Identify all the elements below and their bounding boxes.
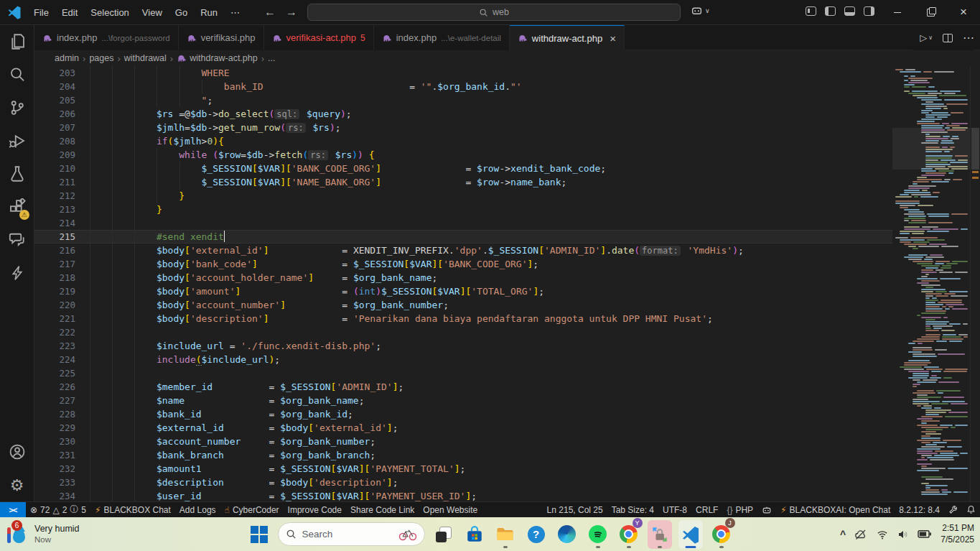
menu-go[interactable]: Go [169, 5, 193, 20]
code-line-215[interactable]: 215 #send xendit [34, 230, 892, 244]
line-number[interactable]: 228 [34, 407, 75, 421]
minimize-button[interactable] [881, 0, 914, 24]
sidebar-item-search[interactable] [0, 58, 34, 91]
line-number[interactable]: 234 [34, 489, 75, 501]
menu-run[interactable]: Run [195, 5, 223, 20]
code-line-223[interactable]: 223 $include_url = './func.xendit-disb.p… [34, 339, 892, 353]
code-line-206[interactable]: 206 $rs =@$db->do_select(sql: $query); [34, 107, 892, 121]
code-line-225[interactable]: 225 [34, 366, 892, 380]
code-line-233[interactable]: 233 $description = $body['description']; [34, 476, 892, 489]
microsoft-store-button[interactable] [462, 520, 487, 549]
code-line-219[interactable]: 219 $body['amount'] = (int)$_SESSION[$VA… [34, 284, 892, 298]
code-line-205[interactable]: 205 "; [34, 93, 892, 107]
tab-close-icon[interactable]: × [610, 33, 616, 44]
line-number[interactable]: 205 [34, 93, 75, 107]
code-line-213[interactable]: 213 } [34, 203, 892, 216]
line-number[interactable]: 218 [34, 271, 75, 284]
line-number[interactable]: 223 [34, 339, 75, 353]
code-line-214[interactable]: 214 [34, 216, 892, 230]
add-logs-button[interactable]: Add Logs [175, 502, 220, 518]
sidebar-item-blackbox[interactable] [0, 256, 34, 290]
command-center-search[interactable]: web [307, 4, 681, 21]
code-line-222[interactable]: 222 [34, 325, 892, 339]
language-mode-indicator[interactable]: {}PHP [722, 502, 757, 518]
remote-lock-app-button[interactable] [648, 520, 672, 549]
open-website-button[interactable]: Open Website [419, 502, 482, 518]
line-number[interactable]: 225 [34, 366, 75, 380]
code-line-216[interactable]: 216 $body['external_id'] = XENDIT_INV_PR… [34, 244, 892, 257]
menu-selection[interactable]: Selection [85, 5, 134, 20]
extension-robot-button[interactable] [757, 502, 776, 518]
minimap[interactable] [892, 66, 970, 501]
code-line-227[interactable]: 227 $name = $org_bank_name; [34, 394, 892, 407]
tab-withdraw-act.php[interactable]: withdraw-act.php× [510, 25, 625, 50]
encoding-indicator[interactable]: UTF-8 [658, 502, 691, 518]
line-number[interactable]: 204 [34, 80, 75, 93]
share-code-link-button[interactable]: Share Code Link [346, 502, 419, 518]
code-line-218[interactable]: 218 $body['account_holder_name'] = $org_… [34, 271, 892, 284]
problems-indicator[interactable]: ⊗72 △2 ⓘ5 [26, 502, 90, 518]
sidebar-item-source-control[interactable] [0, 91, 34, 124]
code-line-224[interactable]: 224 include($include_url); [34, 353, 892, 366]
breadcrumb-item-pages[interactable]: pages [89, 53, 113, 63]
menu-edit[interactable]: Edit [56, 5, 83, 20]
remote-indicator[interactable]: >< [0, 502, 26, 518]
code-line-231[interactable]: 231 $bank_branch = $org_bank_branch; [34, 448, 892, 462]
line-number[interactable]: 233 [34, 476, 75, 489]
sidebar-item-explorer[interactable] [0, 25, 34, 58]
code-area[interactable]: 203 WHERE204 bank_ID = '".$org_bank_id."… [34, 66, 892, 501]
line-number[interactable]: 212 [34, 189, 75, 203]
line-number[interactable]: 214 [34, 216, 75, 230]
spotify-button[interactable] [586, 520, 610, 549]
line-number[interactable]: 231 [34, 448, 75, 462]
more-actions-icon[interactable]: ⋯ [963, 31, 974, 45]
code-line-203[interactable]: 203 WHERE [34, 66, 892, 80]
code-line-232[interactable]: 232 $amount1 = $_SESSION[$VAR]['PAYMENT_… [34, 462, 892, 476]
code-line-207[interactable]: 207 $jmlh=$db->get_num_row(rs: $rs); [34, 121, 892, 134]
cybercoder-button[interactable]: ☝CyberCoder [220, 502, 284, 518]
settings-button[interactable]: ⚙ [0, 468, 34, 501]
menu-view[interactable]: View [136, 5, 168, 20]
vscode-taskbar-button[interactable] [678, 520, 703, 549]
code-line-210[interactable]: 210 $_SESSION[$VAR]['BANK_CODE_ORG'] = $… [34, 162, 892, 175]
battery-icon[interactable] [917, 529, 933, 540]
code-line-229[interactable]: 229 $external_id = $body['external_id']; [34, 421, 892, 435]
blackbox-chat-button[interactable]: ⚡BLACKBOX Chat [90, 502, 175, 518]
chrome-profile-y-button[interactable]: Y [617, 520, 641, 549]
back-icon[interactable]: ← [264, 6, 276, 19]
code-line-204[interactable]: 204 bank_ID = '".$org_bank_id."' [34, 80, 892, 93]
line-number[interactable]: 206 [34, 107, 75, 121]
tab-index.php[interactable]: index.php...\e-wallet-detail [374, 25, 510, 50]
line-number[interactable]: 211 [34, 175, 75, 189]
weather-widget[interactable]: 6 Very humid Now [7, 523, 80, 546]
toggle-secondary-sidebar-icon[interactable] [864, 6, 874, 16]
line-number[interactable]: 232 [34, 462, 75, 476]
breadcrumb-item-...[interactable]: ... [268, 53, 275, 63]
code-line-212[interactable]: 212 } [34, 189, 892, 203]
customize-layout-icon[interactable] [806, 6, 816, 16]
tab-verifikasi.php[interactable]: verifikasi.php [179, 25, 264, 50]
tab-verifikasi-act.php[interactable]: verifikasi-act.php5 [264, 25, 374, 50]
code-line-209[interactable]: 209 while ($row=$db->fetch(rs: $rs)) { [34, 148, 892, 162]
line-number[interactable]: 216 [34, 244, 75, 257]
help-app-button[interactable]: ? [524, 520, 549, 549]
start-button[interactable] [247, 520, 271, 549]
code-line-217[interactable]: 217 $body['bank_code'] = $_SESSION[$VAR]… [34, 257, 892, 271]
scrollbar-thumb[interactable] [971, 128, 979, 170]
tray-expand-icon[interactable]: ^ [840, 529, 846, 540]
sidebar-item-extensions[interactable]: ⚠ [0, 190, 34, 223]
code-line-230[interactable]: 230 $account_number = $org_bank_number; [34, 435, 892, 448]
cursor-position-indicator[interactable]: Ln 215, Col 25 [543, 502, 607, 518]
indentation-indicator[interactable]: Tab Size: 4 [607, 502, 658, 518]
copilot-button[interactable]: ∨ [691, 4, 710, 17]
forward-icon[interactable]: → [286, 6, 297, 19]
taskbar-search[interactable]: Search [278, 522, 425, 546]
restore-button[interactable] [914, 0, 947, 24]
edge-button[interactable] [555, 520, 579, 549]
volume-icon[interactable] [897, 529, 909, 540]
tab-index.php[interactable]: index.php...\forgot-password [34, 25, 179, 50]
eol-indicator[interactable]: CRLF [691, 502, 722, 518]
file-explorer-button[interactable] [493, 520, 518, 549]
line-number[interactable]: 219 [34, 284, 75, 298]
blackboxai-open-chat-button[interactable]: ⚡BLACKBOXAI: Open Chat [776, 502, 895, 518]
